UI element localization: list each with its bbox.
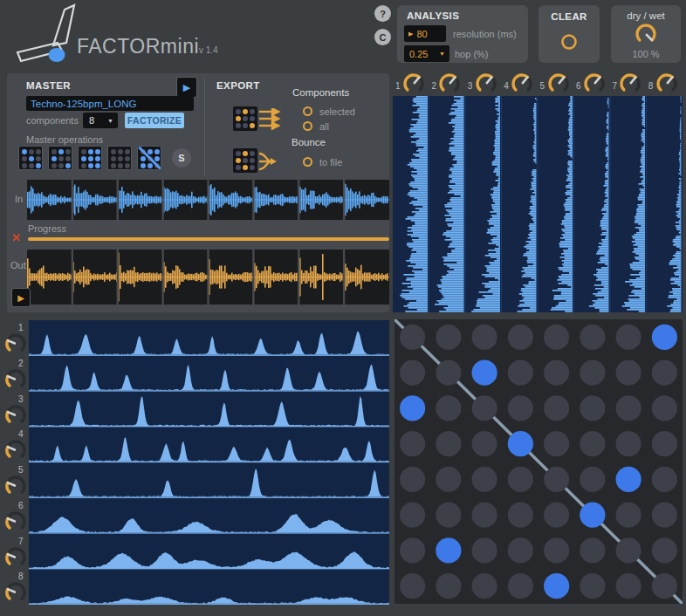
matrix-cell-2-5[interactable] [544,360,569,386]
matrix-cell-6-6[interactable] [580,503,605,528]
master-play-button[interactable]: ▶ [176,77,197,98]
matrix-cell-7-3[interactable] [472,537,497,563]
matrix-cell-5-7[interactable] [616,467,641,492]
export-bounce-icon[interactable] [233,148,257,173]
matrix-cell-2-4[interactable] [508,360,533,386]
matrix-cell-7-7[interactable] [616,537,641,563]
matrix-cell-7-6[interactable] [580,537,605,563]
matrix-cell-8-5[interactable] [544,573,569,599]
operation-button-clear-all[interactable] [107,146,132,170]
matrix-cell-1-4[interactable] [508,325,533,350]
matrix-cell-4-3[interactable] [472,431,497,456]
component-gain-knob-top-6[interactable] [583,72,606,95]
matrix-cell-3-4[interactable] [508,395,533,421]
matrix-cell-8-6[interactable] [580,573,605,599]
matrix-cell-3-7[interactable] [616,395,641,421]
filename-field[interactable]: Techno-125bpm_LONG [26,96,194,111]
matrix-cell-3-3[interactable] [472,395,497,421]
matrix-cell-6-5[interactable] [544,503,569,528]
matrix-cell-1-8[interactable] [652,325,677,350]
matrix-cell-8-7[interactable] [616,573,641,599]
matrix-cell-8-1[interactable] [400,573,425,599]
radio-selected[interactable] [303,106,312,116]
matrix-cell-2-6[interactable] [580,360,605,386]
component-gain-knob-left-8[interactable] [4,581,27,604]
component-gain-knob-top-1[interactable] [402,72,425,95]
matrix-cell-3-5[interactable] [544,395,569,421]
component-gain-knob-top-2[interactable] [438,72,461,95]
drywet-knob-dial[interactable] [635,23,657,45]
matrix-cell-7-4[interactable] [508,537,533,563]
matrix-cell-2-3[interactable] [472,360,497,386]
matrix-cell-5-8[interactable] [652,467,677,492]
matrix-cell-3-6[interactable] [580,395,605,421]
matrix-cell-2-2[interactable] [436,360,461,386]
matrix-cell-5-1[interactable] [400,467,425,492]
matrix-cell-3-2[interactable] [436,395,461,421]
radio-to-file[interactable] [303,157,312,167]
factorize-button[interactable]: FACTORIZE [125,113,184,128]
component-gain-knob-left-7[interactable] [4,546,27,569]
hop-dropdown[interactable]: 0.25 ▼ [404,45,449,62]
clear-button[interactable] [559,32,579,51]
component-gain-knob-left-3[interactable] [4,404,27,427]
matrix-cell-2-7[interactable] [616,360,641,386]
help-button[interactable]: ? [374,5,391,22]
matrix-cell-7-5[interactable] [544,537,569,563]
matrix-cell-2-1[interactable] [400,360,425,386]
component-gain-knob-left-6[interactable] [4,510,27,533]
resolution-numberbox[interactable]: ▶ 80 [404,25,446,42]
matrix-cell-6-3[interactable] [472,503,497,528]
component-gain-knob-left-2[interactable] [4,368,27,391]
matrix-cell-8-3[interactable] [472,573,497,599]
matrix-cell-1-3[interactable] [472,325,497,350]
component-gain-knob-left-5[interactable] [4,475,27,497]
matrix-cell-4-8[interactable] [652,431,677,456]
matrix-cell-7-2[interactable] [436,537,461,563]
matrix-cell-6-2[interactable] [436,503,461,528]
matrix-cell-1-7[interactable] [616,325,641,350]
solo-button[interactable]: S [172,148,191,168]
component-gain-knob-top-7[interactable] [619,72,641,95]
operation-button-identity[interactable] [18,146,43,170]
operation-button-fill[interactable] [78,146,102,170]
radio-all[interactable] [303,121,312,131]
matrix-cell-5-6[interactable] [580,467,605,492]
matrix-cell-1-5[interactable] [544,325,569,350]
matrix-cell-6-4[interactable] [508,503,533,528]
component-gain-knob-left-1[interactable] [4,332,27,355]
matrix-cell-3-8[interactable] [652,395,677,421]
matrix-cell-1-6[interactable] [580,325,605,350]
matrix-cell-6-1[interactable] [400,503,425,528]
matrix-cell-8-8[interactable] [652,573,677,599]
matrix-cell-4-6[interactable] [580,431,605,456]
matrix-cell-8-4[interactable] [508,573,533,599]
matrix-cell-4-4[interactable] [508,431,533,456]
operation-button-permute[interactable] [48,146,72,170]
matrix-cell-7-1[interactable] [400,537,425,563]
matrix-cell-2-8[interactable] [652,360,677,386]
matrix-cell-4-1[interactable] [400,431,425,456]
component-gain-knob-top-3[interactable] [475,72,497,95]
credits-button[interactable]: C [374,29,391,45]
matrix-cell-5-5[interactable] [544,467,569,492]
component-gain-knob-top-5[interactable] [547,72,570,95]
export-components-icon[interactable] [233,106,257,131]
component-gain-knob-left-4[interactable] [4,439,27,462]
drywet-knob[interactable] [635,23,657,45]
matrix-cell-8-2[interactable] [436,573,461,599]
operation-button-invert-diagonal[interactable] [137,146,161,170]
matrix-cell-7-8[interactable] [652,537,677,563]
components-dropdown[interactable]: 8 ▼ [83,113,118,128]
matrix-cell-4-7[interactable] [616,431,641,456]
cancel-button[interactable]: ✕ [11,231,21,244]
out-play-button[interactable]: ▶ [11,288,31,307]
component-gain-knob-top-8[interactable] [655,72,678,95]
matrix-cell-5-4[interactable] [508,467,533,492]
matrix-cell-5-2[interactable] [436,467,461,492]
matrix-cell-5-3[interactable] [472,467,497,492]
matrix-cell-3-1[interactable] [400,395,425,421]
matrix-cell-1-1[interactable] [400,325,425,350]
matrix-cell-6-8[interactable] [652,503,677,528]
component-gain-knob-top-4[interactable] [511,72,533,95]
